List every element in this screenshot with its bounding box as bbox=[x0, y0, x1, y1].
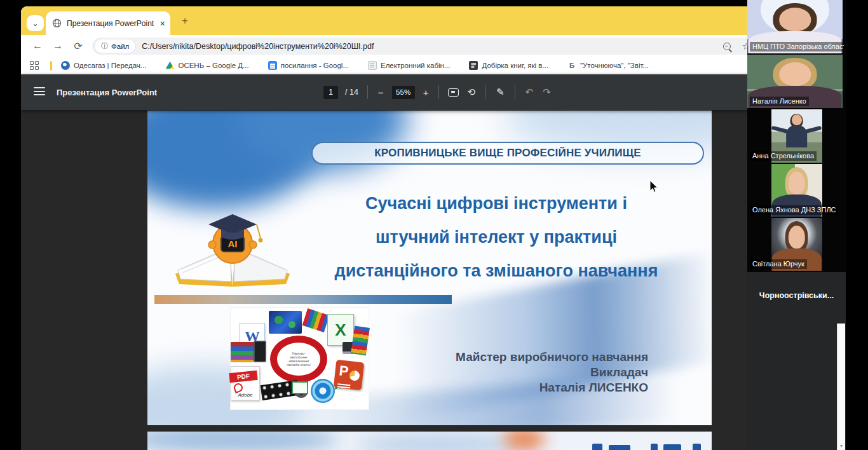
rotate-icon[interactable]: ⟲ bbox=[466, 86, 477, 98]
document-icon bbox=[368, 61, 377, 70]
apps-grid-icon[interactable] bbox=[30, 61, 39, 70]
participant-tile[interactable]: Світлана Юрчук bbox=[747, 218, 846, 271]
slide-title-line2: штучний інтелект у практиці bbox=[318, 221, 675, 254]
books-right-icon bbox=[351, 326, 370, 356]
page-number-input[interactable]: 1 bbox=[323, 86, 338, 99]
blue-blob-decoration bbox=[357, 434, 522, 450]
url-text: C:/Users/nikita/Desktop/цифрові%20інстру… bbox=[142, 42, 374, 51]
mouse-cursor bbox=[649, 180, 660, 196]
page-count-label: / 14 bbox=[345, 88, 358, 97]
pdf-controls: 1 / 14 − 55% + ⟲ ✎ ↶ ↷ bbox=[323, 74, 552, 110]
cut-off-text-fragment bbox=[693, 444, 701, 450]
bookmark-item[interactable]: Електронний кабін... bbox=[368, 61, 451, 70]
browser-window: ⌄ Презентация PowerPoint × + ← → ⟳ ⓘ Фай… bbox=[21, 6, 845, 450]
new-tab-button[interactable]: + bbox=[179, 15, 191, 27]
book-ai-illustration: AI bbox=[166, 210, 299, 294]
participant-name-label: Анна Стрельнікова bbox=[750, 151, 817, 161]
globe-favicon-icon bbox=[52, 18, 62, 28]
tab-search-button[interactable]: ⌄ bbox=[27, 15, 44, 31]
credit-line1: Майстер виробничого навчання bbox=[446, 350, 648, 365]
slide-credits: Майстер виробничого навчання Викладач На… bbox=[446, 350, 648, 395]
slide-title-line1: Сучасні цифрові інструменти і bbox=[318, 187, 675, 221]
participant-name-label: Наталія Лисенко bbox=[750, 97, 809, 106]
participant-tile[interactable]: Наталія Лисенко bbox=[747, 55, 846, 108]
powerpoint-letter: P bbox=[338, 362, 349, 379]
navigation-toolbar: ← → ⟳ ⓘ Файл C:/Users/nikita/Desktop/циф… bbox=[21, 35, 845, 57]
bookmark-item[interactable]: посилання - Googl... bbox=[268, 61, 349, 70]
letter-b-icon: Б bbox=[567, 61, 576, 70]
bookmark-label: Одесагаз | Передач... bbox=[74, 62, 146, 69]
bookmark-label: Електронний кабін... bbox=[381, 62, 451, 69]
bookmarks-bar: Одесагаз | Передач...ОСЕНЬ – Google Д...… bbox=[21, 57, 845, 74]
participant-tile[interactable]: НМЦ ПТО Запорізька область bbox=[747, 0, 846, 53]
pinned-favicon-bar[interactable] bbox=[50, 61, 52, 71]
zoom-level-input[interactable]: 55% bbox=[392, 86, 415, 99]
participant-tile[interactable]: Олена Яхнова ДНЗ ЗПЛС bbox=[747, 164, 846, 217]
bookmark-label: "Уточнююча", "Звіт... bbox=[580, 62, 649, 69]
cut-off-text-fragment bbox=[663, 444, 681, 450]
bookmark-label: ОСЕНЬ – Google Д... bbox=[178, 62, 248, 69]
cut-off-text-fragment bbox=[592, 444, 602, 450]
undo-icon[interactable]: ↶ bbox=[524, 86, 535, 98]
bookmark-item[interactable]: Одесагаз | Передач... bbox=[61, 61, 146, 70]
gradient-bar-decoration bbox=[154, 295, 452, 304]
pdf-document-title: Презентация PowerPoint bbox=[57, 74, 157, 110]
slide-page-1: КРОПИВНИЦЬКЕ ВИЩЕ ПРОФЕСІЙНЕ УЧИЛИЩЕ Суч… bbox=[147, 111, 712, 425]
powerpoint-icon: P bbox=[334, 360, 364, 390]
zoom-out-button[interactable]: − bbox=[377, 87, 385, 98]
google-docs-icon bbox=[268, 61, 277, 70]
toolbar-divider bbox=[485, 85, 486, 99]
participant-tile[interactable]: Чорноострівськи... bbox=[747, 272, 846, 450]
scroll-down-icon: ▾ bbox=[837, 443, 845, 449]
tab-strip: ⌄ Презентация PowerPoint × + bbox=[21, 6, 845, 35]
ai-screen-label: AI bbox=[228, 238, 238, 249]
dark-site-icon bbox=[469, 61, 478, 70]
cd-disc-icon bbox=[311, 379, 335, 403]
slide-page-2-partial bbox=[147, 432, 712, 450]
toolbar-divider bbox=[367, 85, 368, 99]
tab-close-icon[interactable]: × bbox=[160, 18, 165, 29]
fit-to-page-icon[interactable] bbox=[448, 88, 459, 97]
back-button[interactable]: ← bbox=[30, 38, 45, 53]
pdf-tag: PDF bbox=[229, 371, 257, 383]
toolbar-divider bbox=[515, 85, 515, 99]
world-map-icon bbox=[269, 311, 302, 334]
address-bar[interactable]: ⓘ Файл C:/Users/nikita/Desktop/цифрові%2… bbox=[92, 38, 770, 55]
gas-logo-icon bbox=[61, 61, 70, 70]
tab-title: Презентация PowerPoint bbox=[67, 19, 156, 28]
slide-header: КРОПИВНИЦЬКЕ ВИЩЕ ПРОФЕСІЙНЕ УЧИЛИЩЕ bbox=[311, 142, 704, 165]
reload-button[interactable]: ⟳ bbox=[71, 38, 86, 53]
pdf-adobe-icon: PDF Adobe bbox=[231, 366, 260, 400]
browser-tab[interactable]: Презентация PowerPoint × bbox=[46, 11, 170, 35]
slide-title: Сучасні цифрові інструменти і штучний ін… bbox=[318, 187, 675, 288]
cut-off-text-fragment bbox=[609, 445, 630, 450]
info-icon: ⓘ bbox=[101, 41, 108, 51]
annotate-pen-icon[interactable]: ✎ bbox=[495, 86, 506, 98]
participant-name-label: Чорноострівськи... bbox=[759, 291, 834, 450]
bookmark-item[interactable]: Добірка книг, які в... bbox=[469, 61, 548, 70]
bookmark-label: посилання - Googl... bbox=[281, 62, 349, 69]
google-drive-icon bbox=[165, 61, 174, 70]
bookmark-item[interactable]: ОСЕНЬ – Google Д... bbox=[165, 61, 248, 70]
pie-chart-icon bbox=[349, 370, 360, 381]
bookmark-item[interactable]: Б"Уточнююча", "Звіт... bbox=[567, 61, 649, 70]
zoom-out-page-icon[interactable] bbox=[723, 43, 731, 50]
certificate-icon bbox=[292, 381, 308, 394]
excel-icon: X bbox=[327, 314, 354, 346]
participant-tile[interactable]: Анна Стрельнікова bbox=[747, 109, 846, 163]
credit-line2: Викладач bbox=[446, 365, 648, 380]
books-icon bbox=[302, 308, 330, 332]
file-scheme-chip[interactable]: ⓘ Файл bbox=[95, 39, 135, 53]
ereader-icon bbox=[254, 341, 266, 362]
video-sidebar: НМЦ ПТО Запорізька областьНаталія Лисенк… bbox=[747, 0, 846, 450]
red-ring: Науково-методичне забезпечення закладів … bbox=[270, 336, 327, 383]
bookmark-list: Одесагаз | Передач...ОСЕНЬ – Google Д...… bbox=[61, 61, 649, 70]
toolbar-divider bbox=[438, 85, 439, 99]
book-stack-icon bbox=[231, 342, 254, 362]
redo-icon[interactable]: ↷ bbox=[541, 86, 552, 98]
scrollbar[interactable]: ▾ bbox=[837, 324, 845, 450]
menu-hamburger-icon[interactable] bbox=[34, 87, 45, 96]
zoom-in-button[interactable]: + bbox=[422, 87, 430, 98]
pdf-content-area[interactable]: КРОПИВНИЦЬКЕ ВИЩЕ ПРОФЕСІЙНЕ УЧИЛИЩЕ Суч… bbox=[21, 110, 845, 450]
forward-button[interactable]: → bbox=[50, 38, 65, 53]
